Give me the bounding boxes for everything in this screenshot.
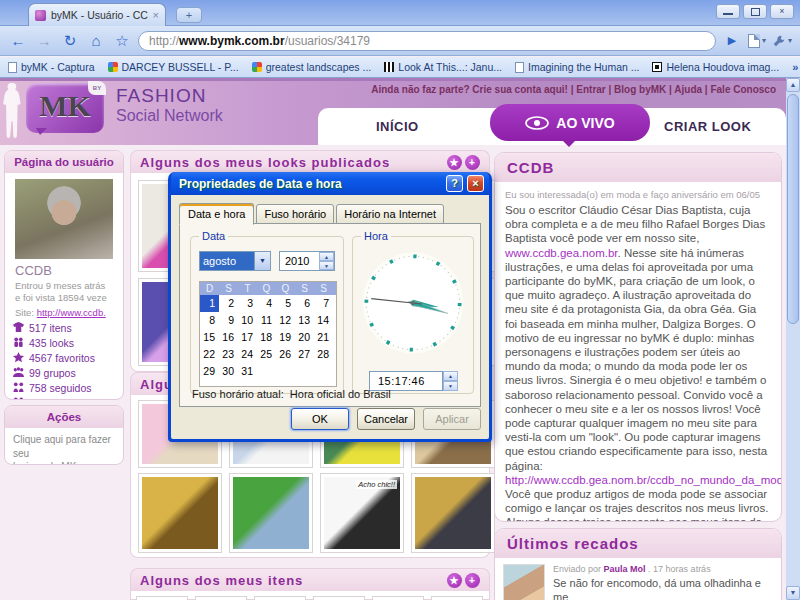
bookmark-item[interactable]: DARCEY BUSSELL - P...	[108, 61, 239, 73]
tools-menu-button[interactable]: ▾	[772, 34, 792, 48]
nav-inicio[interactable]: INÍCIO	[376, 119, 419, 134]
tab-data-e-hora[interactable]: Data e hora	[179, 203, 254, 225]
time-stepper[interactable]: ▲▼	[443, 371, 458, 391]
calendar-day[interactable]: 2	[219, 295, 238, 312]
tab-fuso-horario[interactable]: Fuso horário	[256, 204, 334, 224]
calendar-day[interactable]: 1	[200, 295, 219, 312]
page-scrollbar[interactable]: ▲ ▼	[786, 78, 800, 600]
bookmark-item[interactable]: byMK - Captura	[8, 61, 95, 73]
month-select[interactable]: agosto ▼	[199, 251, 271, 271]
calendar-day[interactable]: 7	[314, 295, 333, 312]
look-thumbnail[interactable]	[138, 473, 222, 553]
calendar-day[interactable]: 25	[257, 346, 276, 363]
calendar[interactable]: DSTQQSS 12345678910111213141516171819202…	[199, 281, 337, 387]
calendar-day[interactable]: 14	[314, 312, 333, 329]
spin-down-icon[interactable]: ▼	[319, 261, 334, 270]
calendar-day[interactable]: 26	[276, 346, 295, 363]
stat-seguidores[interactable]: 782 seguidores	[13, 397, 115, 400]
close-button[interactable]: ×	[770, 4, 794, 19]
sender-name[interactable]: Paula Mol	[604, 564, 646, 574]
bookmark-star-icon[interactable]: ☆	[112, 33, 132, 48]
calendar-day[interactable]: 13	[295, 312, 314, 329]
year-stepper[interactable]: 2010 ▲▼	[279, 251, 335, 271]
page-menu-button[interactable]: ▾	[748, 34, 766, 48]
nav-ao-vivo[interactable]: AO VIVO	[490, 104, 650, 141]
calendar-day[interactable]: 15	[200, 329, 219, 346]
tab-horario-internet[interactable]: Horário na Internet	[336, 204, 444, 224]
reload-icon[interactable]: ↻	[60, 33, 80, 48]
bookmarks-overflow-icon[interactable]: »	[792, 61, 798, 73]
star-button[interactable]: ★	[447, 573, 462, 588]
calendar-day[interactable]: 19	[276, 329, 295, 346]
dialog-titlebar[interactable]: Propriedades de Data e hora ? ×	[171, 172, 489, 195]
bookmark-item[interactable]: Imagining the Human ...	[515, 61, 639, 73]
apply-button[interactable]: Aplicar	[423, 408, 481, 430]
look-thumbnail[interactable]	[313, 596, 365, 600]
calendar-day[interactable]: 16	[219, 329, 238, 346]
scrollbar-thumb[interactable]	[787, 94, 799, 324]
calendar-day[interactable]: 24	[238, 346, 257, 363]
ccdb-site-link[interactable]: www.ccdb.gea.nom.br	[505, 247, 618, 259]
scroll-up-icon[interactable]: ▲	[786, 78, 800, 92]
calendar-day[interactable]: 6	[295, 295, 314, 312]
cancel-button[interactable]: Cancelar	[357, 408, 415, 430]
tab-close-icon[interactable]: ×	[153, 9, 159, 21]
look-thumbnail[interactable]	[229, 473, 313, 553]
calendar-day[interactable]: 9	[219, 312, 238, 329]
calendar-day[interactable]: 23	[219, 346, 238, 363]
calendar-day[interactable]: 28	[314, 346, 333, 363]
stat-looks[interactable]: 435 looks	[13, 337, 115, 349]
home-icon[interactable]: ⌂	[86, 33, 106, 48]
calendar-day[interactable]: 11	[257, 312, 276, 329]
calendar-day[interactable]: 27	[295, 346, 314, 363]
browser-tab[interactable]: byMK - Usuário - CCDB ×	[28, 3, 166, 26]
calendar-day[interactable]: 5	[276, 295, 295, 312]
stat-grupos[interactable]: 99 grupos	[13, 367, 115, 379]
bookmark-item[interactable]: greatest landscapes ...	[252, 61, 372, 73]
ccdb-moda-link[interactable]: http://www.ccdb.gea.nom.br/ccdb_no_mundo…	[505, 474, 782, 486]
spin-up-icon[interactable]: ▲	[319, 252, 334, 261]
login-prompt[interactable]: Clique aqui para fazer seu login no byMK…	[13, 433, 115, 465]
bookmark-item[interactable]: Helena Houdova imag...	[652, 61, 779, 73]
calendar-day[interactable]: 17	[238, 329, 257, 346]
look-thumbnail[interactable]	[195, 596, 247, 600]
chevron-down-icon[interactable]: ▼	[254, 252, 270, 270]
forward-icon[interactable]: →	[34, 33, 54, 48]
ok-button[interactable]: OK	[291, 408, 349, 430]
nav-criar-look[interactable]: CRIAR LOOK	[664, 119, 751, 134]
go-icon[interactable]: ▶	[722, 35, 742, 46]
close-icon[interactable]: ×	[467, 175, 484, 192]
calendar-day[interactable]: 22	[200, 346, 219, 363]
calendar-day[interactable]: 18	[257, 329, 276, 346]
bymk-logo[interactable]: MK BY	[26, 83, 104, 133]
calendar-days[interactable]: 1234567891011121314151617181920212223242…	[200, 295, 336, 380]
calendar-day[interactable]: 29	[200, 363, 219, 380]
calendar-day[interactable]: 4	[257, 295, 276, 312]
look-thumbnail[interactable]	[372, 596, 424, 600]
calendar-day[interactable]: 20	[295, 329, 314, 346]
calendar-day[interactable]: 21	[314, 329, 333, 346]
calendar-day[interactable]: 31	[238, 363, 257, 380]
calendar-day[interactable]: 12	[276, 312, 295, 329]
user-site-link[interactable]: http://www.ccdb.	[37, 307, 106, 318]
account-links[interactable]: Ainda não faz parte? Crie sua conta aqui…	[371, 84, 776, 95]
stat-seguidos[interactable]: 758 seguidos	[13, 382, 115, 394]
look-thumbnail[interactable]	[254, 596, 306, 600]
sender-avatar[interactable]	[503, 564, 545, 600]
add-button[interactable]: +	[465, 573, 480, 588]
bookmark-item[interactable]: Look At This...: Janu...	[384, 61, 502, 73]
look-thumbnail[interactable]	[136, 596, 188, 600]
profile-photo[interactable]	[15, 179, 113, 259]
scroll-down-icon[interactable]: ▼	[786, 586, 800, 600]
stat-favoritos[interactable]: 4567 favoritos	[13, 352, 115, 364]
spin-up-icon[interactable]: ▲	[443, 371, 458, 381]
look-thumbnail[interactable]	[411, 473, 495, 553]
calendar-day[interactable]: 30	[219, 363, 238, 380]
spin-down-icon[interactable]: ▼	[443, 381, 458, 391]
calendar-day[interactable]: 3	[238, 295, 257, 312]
help-icon[interactable]: ?	[446, 175, 463, 192]
address-bar[interactable]: http://www.bymk.com.br/usuarios/34179	[138, 31, 716, 51]
look-thumbnail[interactable]: Acho chic!!	[320, 473, 404, 553]
restore-button[interactable]	[743, 4, 767, 19]
new-tab-button[interactable]: +	[176, 7, 202, 23]
